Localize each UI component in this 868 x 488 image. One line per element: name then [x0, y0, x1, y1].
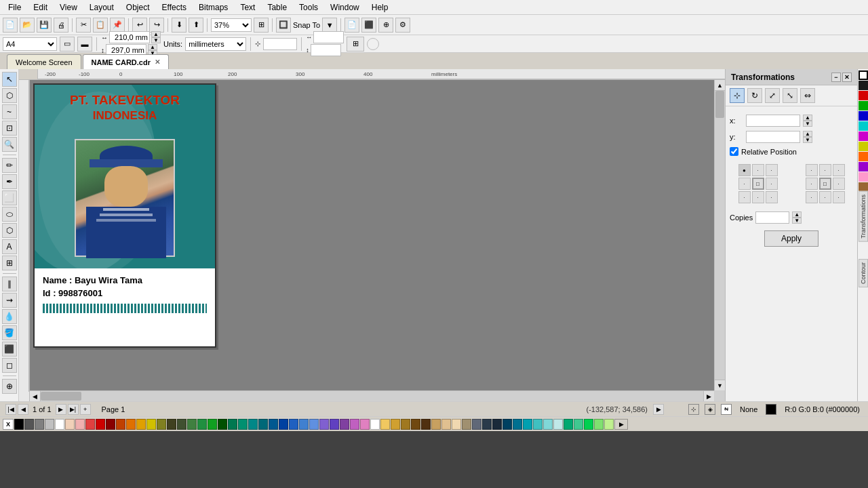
- menu-bitmaps[interactable]: Bitmaps: [193, 1, 233, 14]
- import-button[interactable]: ⬇: [172, 18, 186, 33]
- palette-steel-blue[interactable]: [513, 419, 522, 430]
- palette-blue-light[interactable]: [299, 419, 309, 430]
- palette-blue-dark[interactable]: [269, 419, 278, 430]
- swatch-orange[interactable]: [859, 152, 868, 161]
- rect-tool[interactable]: ⬜: [2, 190, 17, 205]
- open-button[interactable]: 📂: [20, 18, 35, 33]
- record-btn[interactable]: ▶: [653, 404, 664, 415]
- pos-bc[interactable]: ·: [752, 191, 764, 203]
- palette-gold-dark[interactable]: [391, 419, 400, 430]
- pos2-tl[interactable]: ·: [806, 164, 818, 176]
- scale-transform-btn[interactable]: ⤢: [765, 88, 780, 103]
- menu-text[interactable]: Text: [235, 1, 260, 14]
- apply-button[interactable]: Apply: [764, 230, 818, 247]
- palette-brown-red[interactable]: [116, 419, 125, 430]
- menu-view[interactable]: View: [54, 1, 83, 14]
- palette-dark-brown[interactable]: [421, 419, 431, 430]
- horizontal-scrollbar[interactable]: ◀ ▶: [30, 390, 714, 401]
- palette-teal-green[interactable]: [228, 419, 237, 430]
- swatch-blue[interactable]: [859, 111, 868, 121]
- color-status-icon[interactable]: ◈: [705, 404, 715, 415]
- swatch-purple[interactable]: [859, 162, 868, 171]
- palette-light-beige[interactable]: [452, 419, 461, 430]
- palette-gray[interactable]: [35, 419, 44, 430]
- interactive-tool[interactable]: ⊕: [2, 379, 17, 394]
- pos2-mc[interactable]: □: [819, 178, 831, 190]
- palette-darkgray[interactable]: [24, 419, 34, 430]
- nudge-h-input[interactable]: 5,0 mm: [313, 31, 344, 43]
- next-page-btn[interactable]: ▶: [56, 404, 66, 415]
- width-up[interactable]: ▲: [151, 31, 161, 37]
- palette-green-mid[interactable]: [187, 419, 197, 430]
- menu-edit[interactable]: Edit: [28, 1, 53, 14]
- swatch-green[interactable]: [859, 101, 868, 110]
- panel-close[interactable]: ✕: [842, 73, 852, 82]
- contour-label[interactable]: Contour: [859, 259, 868, 287]
- crop-tool[interactable]: ⊡: [2, 121, 17, 136]
- y-input[interactable]: 0,0 mm: [746, 131, 800, 143]
- palette-black[interactable]: [14, 419, 24, 430]
- pos-mc[interactable]: □: [752, 178, 764, 190]
- flip-transform-btn[interactable]: ⇔: [800, 88, 815, 103]
- swatch-white[interactable]: [859, 70, 868, 80]
- first-page-btn[interactable]: |◀: [5, 404, 16, 415]
- palette-amber[interactable]: [136, 419, 146, 430]
- copy-button[interactable]: 📋: [93, 18, 108, 33]
- pos-ml[interactable]: ·: [738, 178, 751, 190]
- zoom-tool[interactable]: 🔍: [2, 137, 17, 152]
- add-page-btn[interactable]: +: [80, 404, 91, 415]
- paste-button[interactable]: 📌: [110, 18, 125, 33]
- swatch-black[interactable]: [859, 81, 868, 90]
- palette-lime[interactable]: [584, 419, 593, 430]
- palette-green[interactable]: [197, 419, 207, 430]
- y-down-btn[interactable]: ▼: [803, 137, 812, 143]
- palette-slate-dark[interactable]: [482, 419, 492, 430]
- relative-position-checkbox[interactable]: [730, 147, 738, 156]
- pos-tr[interactable]: ·: [766, 164, 778, 176]
- palette-lime-pale[interactable]: [604, 419, 614, 430]
- pos-br[interactable]: ·: [766, 191, 778, 203]
- palette-brown[interactable]: [411, 419, 420, 430]
- palette-magenta[interactable]: [350, 419, 359, 430]
- y-up-btn[interactable]: ▲: [803, 131, 812, 137]
- x-down-btn[interactable]: ▼: [803, 121, 812, 127]
- palette-emerald[interactable]: [564, 419, 573, 430]
- width-down[interactable]: ▼: [151, 37, 161, 43]
- view-border-button[interactable]: ⬛: [361, 18, 376, 33]
- artpen-tool[interactable]: ✒: [2, 174, 17, 189]
- swatch-yellow[interactable]: [859, 142, 868, 151]
- panel-minimize[interactable]: −: [831, 73, 841, 82]
- pos-mr[interactable]: ·: [766, 178, 778, 190]
- nudge-input[interactable]: 0,1 mm: [263, 38, 297, 50]
- pos2-bl[interactable]: ·: [806, 191, 818, 203]
- palette-olive[interactable]: [157, 419, 166, 430]
- move-transform-btn[interactable]: ⊹: [730, 88, 745, 103]
- palette-navy[interactable]: [492, 419, 502, 430]
- palette-orange[interactable]: [126, 419, 136, 430]
- transformations-side-label[interactable]: Transformations: [859, 191, 868, 242]
- palette-bright-green[interactable]: [208, 419, 217, 430]
- text-tool[interactable]: A: [2, 239, 17, 254]
- pos2-br[interactable]: ·: [833, 191, 845, 203]
- copies-down-btn[interactable]: ▼: [792, 218, 802, 224]
- pos2-tc[interactable]: ·: [819, 164, 831, 176]
- palette-cyan-dark[interactable]: [523, 419, 532, 430]
- smart-fill-tool[interactable]: ⬛: [2, 342, 17, 357]
- undo-button[interactable]: ↩: [132, 18, 147, 33]
- menu-tools[interactable]: Tools: [294, 1, 323, 14]
- palette-dark-olive[interactable]: [167, 419, 176, 430]
- height-up[interactable]: ▲: [148, 44, 157, 50]
- copies-up-btn[interactable]: ▲: [792, 211, 802, 218]
- palette-cyan-pale[interactable]: [553, 419, 563, 430]
- menu-table[interactable]: Table: [262, 1, 292, 14]
- palette-violet[interactable]: [319, 419, 329, 430]
- freehand-tool[interactable]: ✏: [2, 158, 17, 173]
- palette-dark-teal[interactable]: [248, 419, 258, 430]
- table-tool[interactable]: ⊞: [2, 256, 17, 270]
- tab-welcome[interactable]: Welcome Screen: [7, 54, 81, 69]
- polygon-tool[interactable]: ⬡: [2, 223, 17, 238]
- palette-darkred[interactable]: [106, 419, 115, 430]
- palette-red[interactable]: [96, 419, 105, 430]
- palette-mint[interactable]: [574, 419, 583, 430]
- menu-window[interactable]: Window: [325, 1, 365, 14]
